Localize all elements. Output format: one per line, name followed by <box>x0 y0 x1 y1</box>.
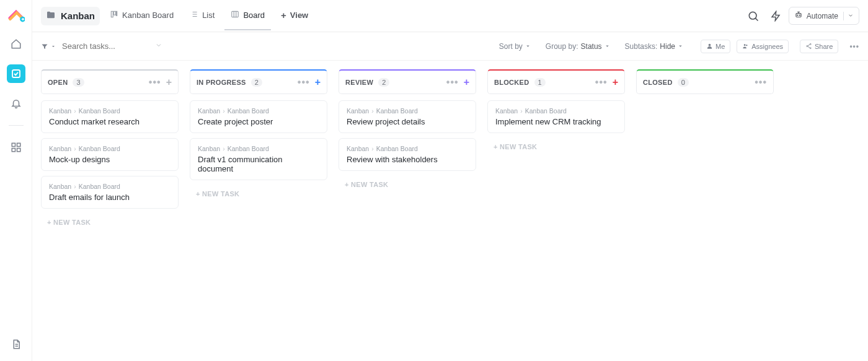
assignees-button[interactable]: Assignees <box>737 40 789 53</box>
column-add-icon[interactable]: + <box>613 77 618 88</box>
chevron-right-icon: › <box>223 107 225 115</box>
crumb-folder: Kanban <box>49 145 71 152</box>
svg-point-10 <box>749 12 756 19</box>
chevron-right-icon: › <box>371 107 374 115</box>
task-card[interactable]: Kanban›Kanban BoardImplement new CRM tra… <box>487 100 625 133</box>
automate-button[interactable]: Automate <box>789 7 859 25</box>
tab-label: List <box>202 11 215 20</box>
svg-point-14 <box>709 44 711 46</box>
tab-label: Kanban Board <box>122 11 174 20</box>
topbar: Kanban Kanban Board List Board <box>32 0 868 32</box>
share-label: Share <box>815 43 833 50</box>
breadcrumb: Kanban›Kanban Board <box>347 107 468 115</box>
task-title: Draft emails for launch <box>49 193 170 202</box>
column-name: OPEN <box>48 79 68 86</box>
task-card[interactable]: Kanban›Kanban BoardCreate project poster <box>190 100 327 133</box>
subtasks-button[interactable]: Subtasks: Hide <box>625 42 683 51</box>
svg-rect-4 <box>12 149 15 152</box>
task-card[interactable]: Kanban›Kanban BoardDraft v1 communicatio… <box>190 138 327 180</box>
home-icon[interactable] <box>7 35 25 53</box>
column-add-icon[interactable]: + <box>315 77 321 88</box>
board: OPEN3•••+Kanban›Kanban BoardConduct mark… <box>32 61 868 231</box>
column-more-icon[interactable]: ••• <box>149 77 161 88</box>
column-more-icon[interactable]: ••• <box>298 77 310 88</box>
column-name: BLOCKED <box>494 79 529 86</box>
chevron-right-icon: › <box>74 107 76 115</box>
tab-board[interactable]: Board <box>224 1 271 30</box>
column-header[interactable]: REVIEW2•••+ <box>339 69 476 94</box>
column-more-icon[interactable]: ••• <box>755 77 767 88</box>
new-task-button[interactable]: + NEW TASK <box>41 214 179 231</box>
workspace-title: Kanban <box>61 11 95 21</box>
automation-bolt-icon[interactable] <box>766 7 785 25</box>
breadcrumb: Kanban›Kanban Board <box>198 145 319 152</box>
assignees-label: Assignees <box>751 43 783 50</box>
column-more-icon[interactable]: ••• <box>595 77 608 88</box>
search-input[interactable] <box>62 41 149 51</box>
task-title: Review with stakeholders <box>347 155 468 164</box>
tab-add-view[interactable]: + View <box>275 1 314 30</box>
group-by-button[interactable]: Group by: Status <box>546 42 610 51</box>
tasks-icon[interactable] <box>7 64 25 83</box>
column-count: 3 <box>73 78 84 87</box>
share-button[interactable]: Share <box>800 40 838 53</box>
column-header[interactable]: CLOSED0••• <box>636 69 774 94</box>
svg-point-16 <box>746 45 747 46</box>
crumb-list: Kanban Board <box>79 107 120 115</box>
automate-label: Automate <box>807 12 838 20</box>
task-card[interactable]: Kanban›Kanban BoardMock-up designs <box>41 138 179 171</box>
svg-point-15 <box>744 44 746 46</box>
folder-chip[interactable]: Kanban <box>41 7 100 25</box>
column-header[interactable]: IN PROGRESS2•••+ <box>190 69 327 94</box>
toolbar-more-icon[interactable]: ••• <box>849 42 859 51</box>
crumb-list: Kanban Board <box>376 107 418 115</box>
search-icon[interactable] <box>744 7 763 25</box>
svg-rect-8 <box>117 11 117 15</box>
tab-kanban-board[interactable]: Kanban Board <box>104 1 180 30</box>
task-card[interactable]: Kanban›Kanban BoardReview project detail… <box>339 100 476 133</box>
svg-rect-6 <box>111 11 113 17</box>
kanban-icon <box>110 10 118 20</box>
column-name: REVIEW <box>345 79 373 86</box>
task-card[interactable]: Kanban›Kanban BoardConduct market resear… <box>41 100 179 133</box>
tab-list[interactable]: List <box>184 1 221 30</box>
apps-icon[interactable] <box>7 138 25 157</box>
column-add-icon[interactable]: + <box>464 77 469 88</box>
column-header[interactable]: OPEN3•••+ <box>41 69 179 94</box>
subtasks-label: Subtasks: <box>625 42 658 51</box>
column-header[interactable]: BLOCKED1•••+ <box>487 69 625 94</box>
docs-icon[interactable] <box>7 335 25 354</box>
task-title: Mock-up designs <box>49 155 170 164</box>
sidebar <box>0 0 32 361</box>
column-add-icon[interactable]: + <box>166 77 172 88</box>
tab-label: Board <box>243 11 265 20</box>
tab-label: View <box>290 11 308 20</box>
filter-button[interactable] <box>41 43 56 50</box>
column-count: 2 <box>251 78 262 87</box>
crumb-list: Kanban Board <box>79 145 120 152</box>
chevron-down-icon[interactable] <box>843 12 854 20</box>
chevron-right-icon: › <box>74 145 76 152</box>
new-task-button[interactable]: + NEW TASK <box>339 176 476 193</box>
column-blocked: BLOCKED1•••+Kanban›Kanban BoardImplement… <box>487 69 625 155</box>
app-logo[interactable] <box>7 6 25 24</box>
new-task-button[interactable]: + NEW TASK <box>487 138 625 155</box>
column-name: CLOSED <box>643 79 673 86</box>
task-card[interactable]: Kanban›Kanban BoardDraft emails for laun… <box>41 176 179 209</box>
column-more-icon[interactable]: ••• <box>446 77 459 88</box>
notifications-icon[interactable] <box>7 94 25 113</box>
crumb-list: Kanban Board <box>228 107 269 115</box>
task-title: Review project details <box>347 117 468 126</box>
crumb-folder: Kanban <box>347 145 369 152</box>
sort-by-button[interactable]: Sort by <box>499 42 531 51</box>
search-expand-icon[interactable] <box>155 41 162 51</box>
me-label: Me <box>715 43 725 50</box>
new-task-button[interactable]: + NEW TASK <box>190 185 327 202</box>
breadcrumb: Kanban›Kanban Board <box>49 183 170 190</box>
svg-point-17 <box>810 43 811 45</box>
sort-label: Sort by <box>499 42 523 51</box>
folder-icon <box>46 10 56 22</box>
task-card[interactable]: Kanban›Kanban BoardReview with stakehold… <box>339 138 476 171</box>
me-button[interactable]: Me <box>701 40 730 53</box>
task-title: Implement new CRM tracking <box>495 117 617 126</box>
